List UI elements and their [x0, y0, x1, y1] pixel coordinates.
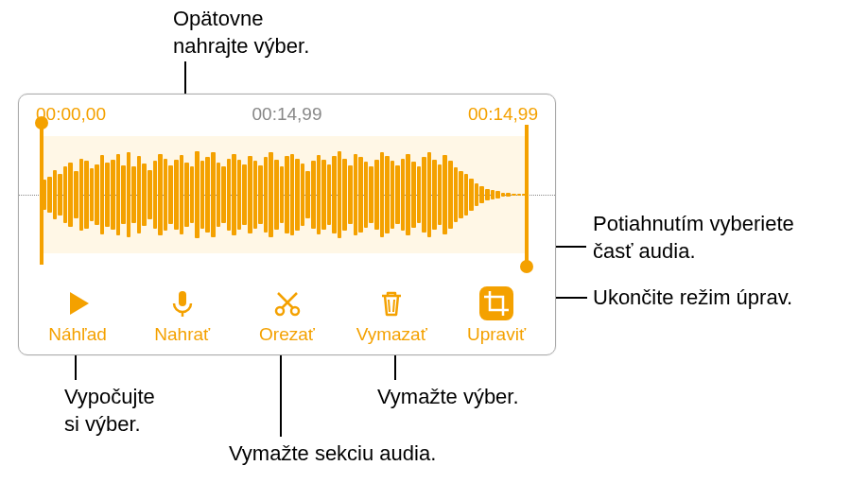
callout-delete: Vymažte výber.: [377, 384, 519, 411]
time-current: 00:14,99: [252, 104, 322, 125]
trash-icon: [374, 286, 408, 320]
edit-button[interactable]: Upraviť: [459, 286, 534, 345]
edit-label: Upraviť: [467, 324, 526, 345]
callout-trim: Vymažte sekciu audia.: [229, 440, 436, 468]
audio-editor-panel: 00:00,00 00:14,99 00:14,99 Náhľad Nah: [18, 94, 556, 355]
svg-line-6: [389, 300, 390, 312]
record-label: Nahrať: [154, 324, 210, 345]
microphone-icon: [165, 286, 200, 320]
callout-drag: Potiahnutím vyberiete časť audia.: [593, 211, 794, 265]
scissors-icon: [270, 286, 304, 320]
selection-handle-left[interactable]: [40, 125, 43, 265]
trim-button[interactable]: Orezať: [250, 286, 325, 345]
preview-label: Náhľad: [48, 324, 107, 345]
record-button[interactable]: Nahrať: [145, 286, 220, 345]
play-icon: [61, 286, 95, 320]
crop-icon: [479, 286, 513, 320]
time-end: 00:14,99: [468, 104, 538, 125]
editor-toolbar: Náhľad Nahrať Orezať: [19, 286, 555, 345]
delete-button[interactable]: Vymazať: [354, 286, 429, 345]
trim-label: Orezať: [259, 324, 315, 345]
svg-line-7: [393, 300, 394, 312]
timecode-row: 00:00,00 00:14,99 00:14,99: [19, 95, 555, 129]
callout-preview: Vypočujte si výber.: [64, 384, 155, 438]
waveform-area[interactable]: [19, 129, 555, 261]
selection-handle-right[interactable]: [525, 125, 529, 265]
waveform: [42, 136, 527, 253]
callout-line-trim: [280, 346, 282, 437]
callout-rerecord: Opätovne nahrajte výber.: [173, 6, 309, 60]
delete-label: Vymazať: [356, 324, 427, 345]
callout-done: Ukončite režim úprav.: [593, 285, 792, 312]
preview-button[interactable]: Náhľad: [40, 286, 115, 345]
svg-rect-0: [179, 291, 186, 306]
